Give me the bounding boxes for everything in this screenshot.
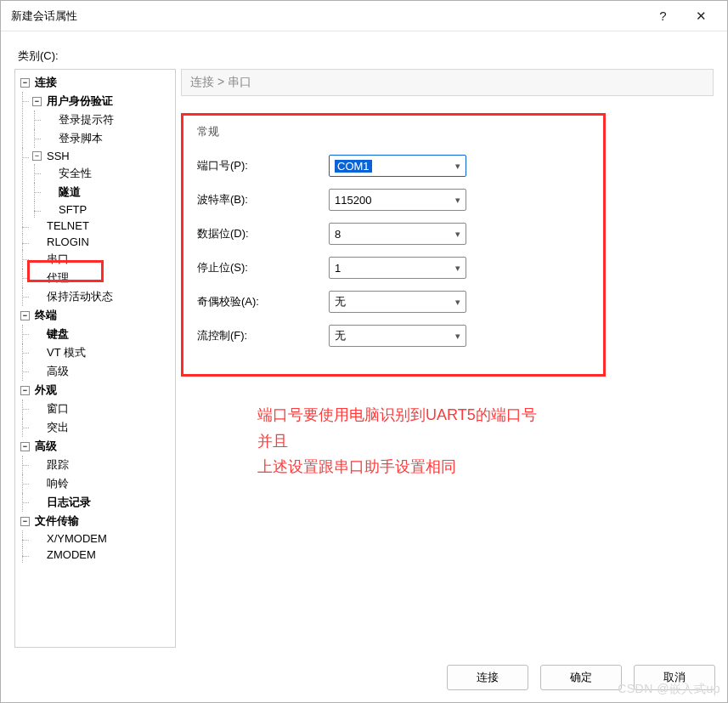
tree-terminal[interactable]: −终端 — [19, 306, 173, 325]
chevron-down-icon: ▾ — [455, 297, 460, 308]
tree-label: 响铃 — [47, 476, 69, 491]
tree-label: 登录提示符 — [59, 112, 114, 128]
tree-label: VT 模式 — [47, 345, 86, 360]
tree-highlight[interactable]: 突出 — [31, 418, 173, 437]
chevron-down-icon: ▾ — [455, 229, 460, 240]
tree-appearance[interactable]: −外观 — [19, 381, 173, 400]
tree-advanced2[interactable]: −高级 — [19, 437, 173, 456]
tree-trace[interactable]: 跟踪 — [31, 456, 173, 474]
chevron-down-icon: ▾ — [455, 195, 460, 206]
highlight-annotation-form: 常规 端口号(P): COM1 ▾ 波特率(B): 115200 — [181, 113, 606, 377]
port-value: COM1 — [335, 160, 372, 173]
tree-connection[interactable]: −连接 — [19, 73, 173, 92]
collapse-icon[interactable]: − — [32, 97, 42, 106]
tree-login-script[interactable]: 登录脚本 — [42, 129, 173, 148]
close-button[interactable]: ✕ — [682, 1, 720, 31]
flow-value: 无 — [335, 328, 346, 343]
tree-label: ZMODEM — [47, 548, 96, 561]
tree-label: 保持活动状态 — [47, 289, 113, 304]
dialog-window: 新建会话属性 ? ✕ 类别(C): −连接 −用户身份验证 — [0, 0, 728, 703]
tree-label: 突出 — [47, 420, 69, 435]
tree-label: 登录脚本 — [59, 131, 103, 146]
content-area: 类别(C): −连接 −用户身份验证 登录提示符 — [1, 31, 727, 655]
tree-keepalive[interactable]: 保持活动状态 — [31, 287, 173, 306]
data-label: 数据位(D): — [197, 226, 329, 241]
tree-tunnel[interactable]: 隧道 — [42, 183, 173, 201]
tree-label: 高级 — [47, 364, 69, 379]
tree-login-prompt[interactable]: 登录提示符 — [42, 111, 173, 129]
group-label: 常规 — [197, 124, 590, 139]
tree-bell[interactable]: 响铃 — [31, 474, 173, 493]
tree-advanced1[interactable]: 高级 — [31, 362, 173, 381]
collapse-icon[interactable]: − — [20, 517, 30, 526]
port-combo[interactable]: COM1 ▾ — [329, 155, 466, 177]
collapse-icon[interactable]: − — [20, 78, 30, 88]
split-pane: −连接 −用户身份验证 登录提示符 登录脚本 — [14, 69, 714, 648]
baud-combo[interactable]: 115200 ▾ — [329, 189, 466, 211]
collapse-icon[interactable]: − — [32, 151, 42, 161]
flow-label: 流控制(F): — [197, 328, 329, 343]
tree-security[interactable]: 安全性 — [42, 164, 173, 183]
flow-combo[interactable]: 无 ▾ — [329, 325, 466, 347]
button-bar: 连接 确定 取消 — [1, 655, 727, 702]
tree-label: 外观 — [35, 383, 57, 398]
window-title: 新建会话属性 — [11, 9, 644, 24]
tree-logging[interactable]: 日志记录 — [31, 493, 173, 512]
tree-label: 用户身份验证 — [47, 94, 113, 109]
tree-rlogin[interactable]: RLOGIN — [31, 234, 173, 250]
tree-ssh[interactable]: −SSH — [31, 148, 173, 164]
tree-xymodem[interactable]: X/YMODEM — [31, 530, 173, 547]
breadcrumb: 连接 > 串口 — [181, 69, 714, 96]
tree-telnet[interactable]: TELNET — [31, 218, 173, 234]
parity-label: 奇偶校验(A): — [197, 294, 329, 309]
titlebar: 新建会话属性 ? ✕ — [1, 1, 727, 31]
tree-label: TELNET — [47, 219, 89, 232]
tree-label: SSH — [47, 150, 70, 162]
baud-value: 115200 — [335, 194, 371, 207]
connect-button[interactable]: 连接 — [447, 665, 528, 690]
collapse-icon[interactable]: − — [20, 442, 30, 451]
tree-auth[interactable]: −用户身份验证 — [31, 92, 173, 111]
tree-label: 文件传输 — [35, 513, 79, 529]
note-line3: 上述设置跟串口助手设置相同 — [257, 454, 537, 480]
ok-button[interactable]: 确定 — [540, 665, 622, 690]
tree-filetransfer[interactable]: −文件传输 — [19, 512, 173, 530]
tree-sftp[interactable]: SFTP — [42, 201, 173, 218]
baud-label: 波特率(B): — [197, 192, 329, 207]
chevron-down-icon: ▾ — [455, 263, 460, 274]
note-line1: 端口号要使用电脑识别到UART5的端口号 — [257, 402, 537, 428]
help-button[interactable]: ? — [644, 1, 682, 31]
chevron-down-icon: ▾ — [455, 161, 460, 172]
tree-label: 跟踪 — [47, 457, 69, 473]
tree-label: 日志记录 — [47, 495, 91, 510]
form-area: 常规 端口号(P): COM1 ▾ 波特率(B): 115200 — [181, 96, 714, 648]
tree-label: RLOGIN — [47, 235, 89, 248]
tree-vtmode[interactable]: VT 模式 — [31, 343, 173, 362]
data-value: 8 — [335, 228, 341, 241]
stop-label: 停止位(S): — [197, 260, 329, 275]
collapse-icon[interactable]: − — [20, 311, 30, 320]
category-tree[interactable]: −连接 −用户身份验证 登录提示符 登录脚本 — [14, 69, 176, 648]
settings-panel: 连接 > 串口 常规 端口号(P): COM1 ▾ 波特率(B): — [181, 69, 714, 648]
tree-zmodem[interactable]: ZMODEM — [31, 547, 173, 563]
tree-keyboard[interactable]: 键盘 — [31, 325, 173, 343]
stop-combo[interactable]: 1 ▾ — [329, 257, 466, 279]
tree-label: 高级 — [35, 439, 57, 454]
port-label: 端口号(P): — [197, 158, 329, 173]
tree-label: 隧道 — [59, 184, 81, 200]
stop-value: 1 — [335, 262, 341, 275]
cancel-button[interactable]: 取消 — [634, 665, 715, 690]
chevron-down-icon: ▾ — [455, 331, 460, 342]
category-label: 类别(C): — [18, 48, 714, 64]
data-combo[interactable]: 8 ▾ — [329, 223, 466, 245]
parity-value: 无 — [335, 294, 346, 309]
collapse-icon[interactable]: − — [20, 386, 30, 395]
tree-label: SFTP — [59, 203, 87, 216]
highlight-annotation — [27, 260, 104, 282]
tree-label: 连接 — [35, 75, 57, 90]
parity-combo[interactable]: 无 ▾ — [329, 291, 466, 313]
tree-label: 窗口 — [47, 401, 69, 417]
tree-window-item[interactable]: 窗口 — [31, 400, 173, 418]
annotation-note: 端口号要使用电脑识别到UART5的端口号 并且 上述设置跟串口助手设置相同 — [257, 402, 537, 480]
tree-label: 键盘 — [47, 326, 69, 342]
